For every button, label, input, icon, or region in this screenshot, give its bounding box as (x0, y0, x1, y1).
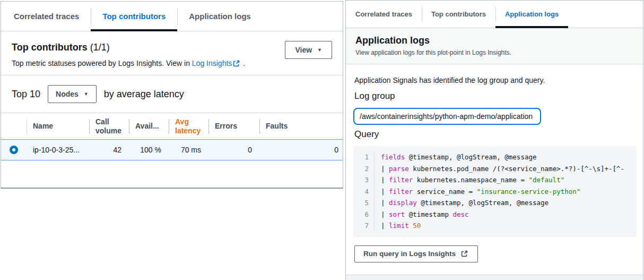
application-logs-title: Application logs (355, 35, 633, 46)
right-tab-top-contributors[interactable]: Top contributors (422, 1, 495, 28)
row-errors: 0 (208, 146, 259, 154)
code-line: 5| display @timestamp, @logStream, @mess… (353, 197, 637, 209)
column-header-call-volume[interactable]: Call volume (89, 115, 129, 138)
code-text: | parse kubernetes.pod_name /(?<service_… (375, 163, 624, 175)
row-call-volume: 42 (89, 146, 129, 154)
line-number: 6 (353, 209, 375, 220)
column-header-availability[interactable]: Avail... (129, 120, 169, 133)
nodes-dropdown-label: Nodes (56, 90, 79, 98)
code-line: 2| parse kubernetes.pod_name /(?<service… (353, 163, 637, 175)
code-line: 3| filter kubernetes.namespace_name = "d… (353, 174, 637, 186)
application-logs-subtitle: View application logs for this plot-poin… (355, 49, 633, 56)
by-latency-label: by average latency (104, 89, 184, 100)
code-line: 4| filter service_name = "insurance-serv… (353, 186, 637, 198)
view-button-label: View (295, 46, 312, 54)
description-suffix: . (241, 59, 245, 67)
code-text: | filter kubernetes.namespace_name = "de… (375, 174, 564, 186)
table-row[interactable]: ip-10-0-3-25... 42 100 % 70 ms 0 0 (1, 139, 343, 160)
row-radio-cell (1, 146, 27, 154)
log-group-input[interactable] (353, 108, 541, 125)
query-editor: 1fields @timestamp, @logStream, @message… (353, 146, 637, 237)
line-number: 4 (353, 186, 375, 198)
panel-footer-strip (346, 275, 643, 280)
right-tab-correlated-traces[interactable]: Correlated traces (346, 1, 422, 28)
line-number: 3 (353, 174, 375, 186)
contributors-table-header: Name Call volume Avail... Avg latency Er… (1, 113, 343, 139)
code-text: | display @timestamp, @logStream, @messa… (375, 197, 549, 209)
column-header-avg-latency[interactable]: Avg latency (169, 115, 208, 138)
row-avg-latency: 70 ms (169, 146, 208, 154)
code-line: 6| sort @timestamp desc (353, 209, 637, 220)
code-line: 7| limit 50 (353, 220, 637, 232)
code-line: 1fields @timestamp, @logStream, @message (353, 151, 637, 163)
column-header-errors[interactable]: Errors (208, 120, 259, 133)
column-header-name[interactable]: Name (27, 120, 89, 133)
code-text: fields @timestamp, @logStream, @message (375, 151, 537, 163)
log-insights-link[interactable]: Log Insights (192, 59, 232, 67)
code-text: | limit 50 (375, 220, 421, 232)
left-tab-application-logs[interactable]: Application logs (177, 2, 263, 31)
left-tab-correlated-traces[interactable]: Correlated traces (2, 2, 91, 31)
contributors-description: Top metric statuses powered by Logs Insi… (12, 59, 245, 67)
row-faults: 0 (259, 146, 343, 154)
column-header-radio (1, 124, 27, 129)
line-number: 7 (353, 220, 375, 232)
query-label: Query (354, 129, 637, 140)
contributors-title-text: Top contributors (12, 42, 88, 53)
logs-intro-text: Application Signals has identified the l… (354, 76, 637, 84)
right-tab-application-logs[interactable]: Application logs (495, 1, 568, 28)
application-logs-panel: Correlated traces Top contributors Appli… (345, 0, 643, 280)
application-logs-body: Application Signals has identified the l… (346, 64, 643, 275)
contributors-count-value: (1/1) (90, 42, 110, 53)
column-header-faults[interactable]: Faults (259, 120, 343, 133)
external-link-icon[interactable] (233, 60, 240, 67)
line-number: 2 (353, 163, 375, 175)
contributors-header: Top contributors (1/1) Top metric status… (1, 31, 343, 75)
right-tab-bar: Correlated traces Top contributors Appli… (346, 1, 643, 28)
row-name: ip-10-0-3-25... (27, 146, 89, 154)
line-number: 1 (353, 151, 375, 163)
contributors-title: Top contributors (1/1) (12, 41, 245, 54)
top-contributors-panel: Correlated traces Top contributors Appli… (1, 1, 343, 189)
description-prefix: Top metric statuses powered by Logs Insi… (12, 59, 192, 67)
caret-down-icon: ▼ (317, 48, 322, 53)
external-link-icon (461, 250, 468, 257)
row-availability: 100 % (129, 146, 169, 154)
application-logs-header: Application logs View application logs f… (346, 28, 643, 64)
run-query-button[interactable]: Run query in Logs Insights (354, 245, 478, 262)
run-query-button-label: Run query in Logs Insights (363, 250, 456, 258)
log-group-label: Log group (354, 91, 637, 101)
code-text: | filter service_name = "insurance-servi… (375, 186, 580, 198)
caret-down-icon: ▼ (84, 92, 89, 97)
line-number: 5 (353, 197, 375, 209)
left-tab-top-contributors[interactable]: Top contributors (91, 2, 177, 31)
left-tab-bar: Correlated traces Top contributors Appli… (1, 2, 343, 31)
radio-selected-icon[interactable] (10, 146, 18, 154)
nodes-dropdown[interactable]: Nodes ▼ (48, 85, 97, 103)
top10-selector: Top 10 Nodes ▼ by average latency (1, 75, 343, 113)
code-text: | sort @timestamp desc (375, 209, 469, 220)
top10-label: Top 10 (12, 89, 40, 100)
view-button[interactable]: View ▼ (285, 41, 332, 59)
